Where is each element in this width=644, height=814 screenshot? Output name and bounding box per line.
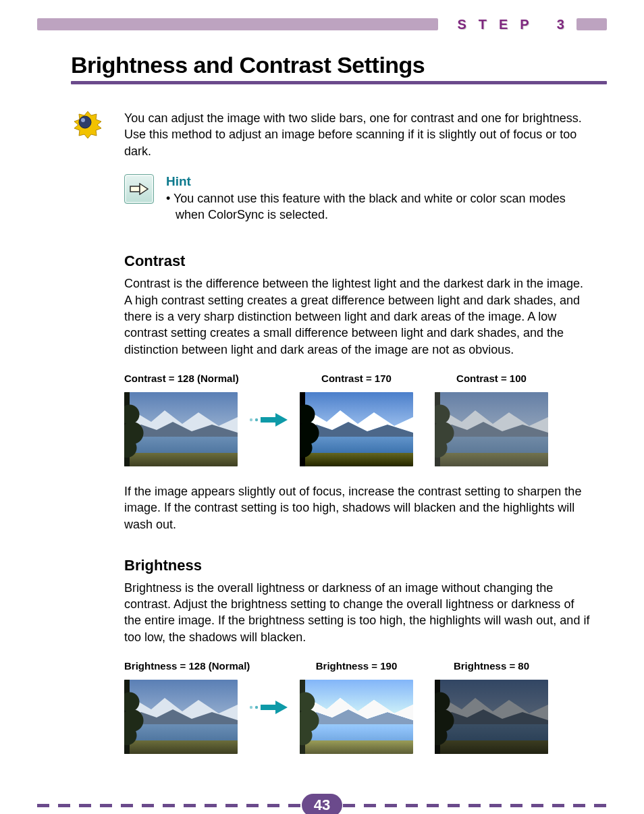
arrow-icon: [238, 660, 300, 755]
svg-point-8: [255, 418, 258, 421]
settings-gear-icon: [73, 110, 103, 140]
brightness-example-image-0: [124, 680, 238, 754]
svg-marker-20: [275, 701, 288, 714]
contrast-example-image-1: [300, 392, 413, 466]
svg-rect-3: [130, 186, 140, 192]
top-header-bar: STEP 3: [0, 0, 644, 32]
intro-text: You can adjust the image with two slide …: [124, 110, 590, 159]
svg-marker-10: [275, 413, 288, 427]
svg-rect-19: [261, 705, 275, 710]
hint-body: • You cannot use this feature with the b…: [176, 190, 590, 223]
contrast-example-image-0: [124, 392, 238, 466]
header-accent: [37, 18, 438, 30]
brightness-body: Brightness is the overall lightness or d…: [124, 580, 590, 645]
title-rule: [71, 81, 607, 84]
step-label: STEP 3: [438, 17, 576, 32]
brightness-example-label-0: Brightness = 128 (Normal): [124, 660, 238, 672]
svg-point-1: [79, 116, 91, 128]
brightness-example-image-1: [300, 680, 413, 754]
page-title: Brightness and Contrast Settings: [71, 52, 607, 78]
contrast-example-label-1: Contrast = 170: [300, 373, 413, 384]
page-number: 43: [302, 794, 342, 814]
hint-label: Hint: [166, 174, 590, 189]
contrast-example-image-2: [435, 392, 548, 466]
brightness-example-label-2: Brightness = 80: [435, 660, 548, 672]
footer-dash-left: [37, 804, 301, 807]
brightness-examples: Brightness = 128 (Normal) Brightness = 1…: [124, 660, 590, 755]
contrast-examples: Contrast = 128 (Normal) Contrast = 170: [124, 373, 590, 467]
contrast-example-label-0: Contrast = 128 (Normal): [124, 373, 238, 384]
contrast-heading: Contrast: [124, 252, 590, 270]
brightness-example-image-2: [435, 680, 548, 754]
arrow-icon: [238, 373, 300, 467]
contrast-body: Contrast is the difference between the l…: [124, 275, 590, 357]
svg-point-7: [250, 418, 252, 421]
contrast-after: If the image appears slightly out of foc…: [124, 483, 590, 533]
page-footer: 43: [37, 794, 607, 814]
footer-dash-right: [343, 804, 607, 807]
svg-rect-9: [261, 417, 275, 423]
contrast-example-label-2: Contrast = 100: [435, 373, 548, 384]
brightness-example-label-1: Brightness = 190: [300, 660, 413, 672]
svg-point-17: [250, 706, 252, 709]
svg-point-2: [81, 118, 85, 122]
header-accent-tail: [576, 18, 607, 30]
svg-marker-4: [140, 184, 148, 194]
hint-arrow-icon: [124, 174, 154, 204]
svg-point-18: [255, 706, 258, 709]
brightness-heading: Brightness: [124, 557, 590, 574]
